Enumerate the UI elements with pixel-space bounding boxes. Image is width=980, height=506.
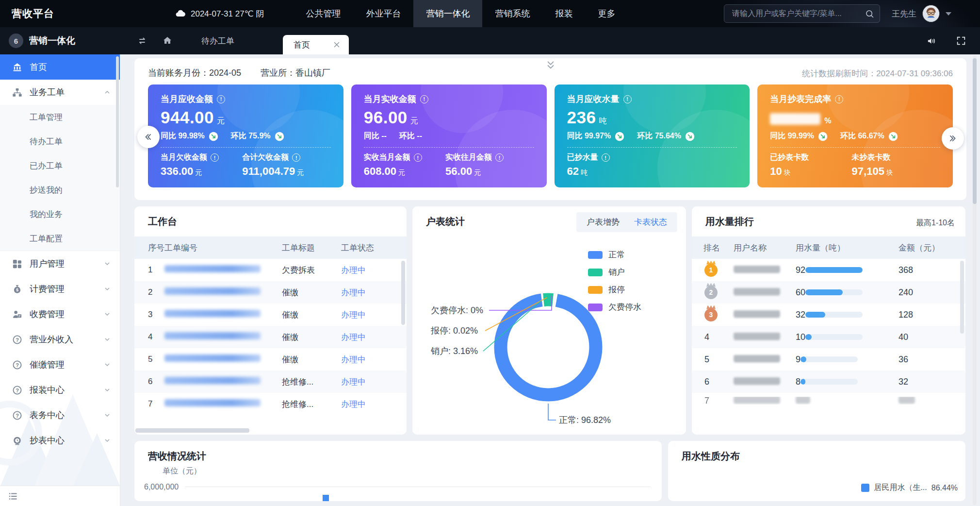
search-icon[interactable] — [865, 9, 875, 19]
sidebar-item-label: 收费管理 — [30, 308, 65, 320]
info-icon[interactable]: ! — [602, 153, 610, 162]
info-icon[interactable]: ! — [414, 153, 422, 162]
worktable-hscrollbar[interactable] — [135, 428, 249, 433]
legend-item-正常[interactable]: 正常 — [588, 249, 641, 260]
stat-card-title-text: 当月应收金额 — [161, 93, 213, 105]
ranking-header: 排名 用户名称 用水量（吨） 金额（元） — [692, 236, 965, 259]
user-menu[interactable]: 王先生 — [892, 0, 951, 27]
donut-slice-正常[interactable] — [501, 300, 596, 395]
nav-item-4[interactable]: 营销系统 — [482, 0, 542, 27]
worktable-row[interactable]: 2催缴办理中 — [134, 281, 407, 304]
sound-icon[interactable] — [926, 35, 937, 47]
worktable-row[interactable]: 4催缴办理中 — [134, 326, 407, 348]
sidebar-item-6[interactable]: ?营业外收入 — [0, 327, 120, 352]
menu-list-icon[interactable] — [8, 491, 18, 502]
tab-home[interactable]: 首页 — [283, 35, 349, 54]
sub-stat-number: 56.00 — [445, 165, 472, 177]
tab-meter-growth[interactable]: 户表增势 — [579, 217, 627, 228]
cell-rank: 3 — [692, 308, 734, 321]
worktable-row[interactable]: 5催缴办理中 — [134, 348, 407, 371]
info-icon[interactable]: ! — [495, 153, 504, 162]
stat-card-title-text: 当月应收水量 — [567, 93, 620, 105]
sidebar-item-label: 催缴管理 — [30, 359, 65, 371]
worktable-row[interactable]: 1欠费拆表办理中 — [134, 259, 407, 281]
sidebar-subitem-5[interactable]: 我的业务 — [0, 202, 120, 226]
sidebar-item-1[interactable]: 首页 — [0, 54, 120, 80]
sitemap-icon — [12, 87, 23, 98]
close-icon[interactable] — [332, 40, 341, 49]
refresh-time: 统计数据刷新时间：2024-07-31 09:36:06 — [802, 68, 953, 79]
worktable-row[interactable]: 3催缴办理中 — [134, 304, 407, 326]
cell-order-no — [164, 377, 282, 387]
sidebar-subitem-3[interactable]: 已办工单 — [0, 153, 120, 178]
page-scrollbar[interactable] — [973, 55, 977, 505]
tab-todo-orders[interactable]: 待办工单 — [201, 35, 234, 47]
ranking-row[interactable]: 192368 — [692, 259, 965, 281]
sidebar-subitem-4[interactable]: 抄送我的 — [0, 178, 120, 202]
legend-item-销户[interactable]: 销户 — [588, 267, 641, 278]
cell-rank: 4 — [692, 332, 734, 342]
exchange-icon[interactable] — [136, 35, 148, 47]
legend-swatch — [588, 269, 603, 276]
order-status-link[interactable]: 办理中 — [341, 377, 366, 387]
nav-item-6[interactable]: 更多 — [585, 0, 628, 27]
ranking-vscrollbar[interactable] — [960, 261, 964, 334]
sidebar-item-8[interactable]: ?报装中心 — [0, 377, 120, 403]
sidebar-subitem-6[interactable]: 工单配置 — [0, 226, 120, 251]
info-icon[interactable]: ! — [292, 153, 300, 162]
ranking-row[interactable]: 260240 — [692, 281, 965, 304]
sidebar-item-4[interactable]: $计费管理 — [0, 276, 120, 302]
order-status-link[interactable]: 办理中 — [341, 333, 366, 342]
worktable-row[interactable]: 7抢维修...办理中 — [134, 393, 407, 415]
worktable-vscrollbar[interactable] — [401, 261, 405, 325]
order-status-link[interactable]: 办理中 — [341, 266, 366, 275]
sub-stat-value: 56.00元 — [445, 165, 527, 178]
sidebar-subitem-1[interactable]: 工单管理 — [0, 105, 120, 129]
sidebar-item-3[interactable]: 用户管理 — [0, 251, 120, 276]
sidebar-subitem-2[interactable]: 待办工单 — [0, 129, 120, 153]
search-input[interactable] — [731, 9, 865, 18]
billing-month: 当前账务月份：2024-05 — [148, 67, 241, 79]
sub-stat-label: 实收当月金额! — [364, 152, 445, 163]
home-icon[interactable] — [162, 35, 173, 47]
sidebar-item-5[interactable]: 收费管理 — [0, 302, 120, 327]
ranking-row[interactable]: 5936 — [692, 348, 965, 371]
info-icon[interactable]: ! — [623, 95, 632, 103]
sidebar-scrollbar[interactable] — [116, 56, 119, 187]
cell-user-name — [734, 377, 796, 387]
meter-stats-title: 户表统计 — [426, 215, 465, 228]
sub-stat-1: 实收当月金额!608.00元 — [364, 152, 445, 178]
order-status-link[interactable]: 办理中 — [341, 400, 366, 409]
carousel-next-button[interactable] — [942, 127, 964, 150]
nav-item-2[interactable]: 外业平台 — [353, 0, 413, 27]
carousel-prev-button[interactable] — [137, 126, 160, 148]
ranking-row[interactable]: 332128 — [692, 304, 965, 326]
sidebar-item-label: 用户管理 — [30, 258, 65, 270]
info-icon[interactable]: ! — [211, 153, 219, 162]
nav-item-5[interactable]: 报装 — [542, 0, 585, 27]
sidebar-item-2[interactable]: 业务工单 — [0, 80, 120, 105]
tab-card-status[interactable]: 卡表状态 — [627, 217, 674, 228]
order-status-link[interactable]: 办理中 — [341, 310, 366, 320]
info-icon[interactable]: ! — [420, 95, 428, 103]
medal-rank-3-icon: 3 — [704, 308, 718, 321]
nav-item-3[interactable]: 营销一体化 — [413, 0, 482, 27]
sidebar-item-7[interactable]: ?催缴管理 — [0, 352, 120, 377]
order-status-link[interactable]: 办理中 — [341, 355, 366, 364]
ranking-row[interactable]: 41040 — [692, 326, 965, 348]
order-status-link[interactable]: 办理中 — [341, 288, 366, 297]
fullscreen-icon[interactable] — [956, 35, 966, 46]
cell-order-status: 办理中 — [341, 265, 407, 276]
info-icon[interactable]: ! — [835, 95, 843, 103]
sidebar-item-9[interactable]: ?表务中心 — [0, 403, 120, 428]
water-nature-legend-item[interactable]: 居民用水（生... 86.44% — [861, 483, 958, 493]
worktable-row[interactable]: 6抢维修...办理中 — [134, 371, 407, 393]
ranking-row[interactable]: 6832 — [692, 371, 965, 393]
nav-item-1[interactable]: 公共管理 — [293, 0, 353, 27]
info-icon[interactable]: ! — [217, 95, 225, 103]
collapse-double-chevron-icon[interactable] — [544, 59, 557, 70]
legend-item-欠费停水[interactable]: 欠费停水 — [588, 302, 641, 313]
legend-item-报停[interactable]: 报停 — [588, 284, 641, 295]
sidebar-item-10[interactable]: 抄表中心 — [0, 428, 120, 453]
user-avatar[interactable] — [922, 5, 940, 22]
